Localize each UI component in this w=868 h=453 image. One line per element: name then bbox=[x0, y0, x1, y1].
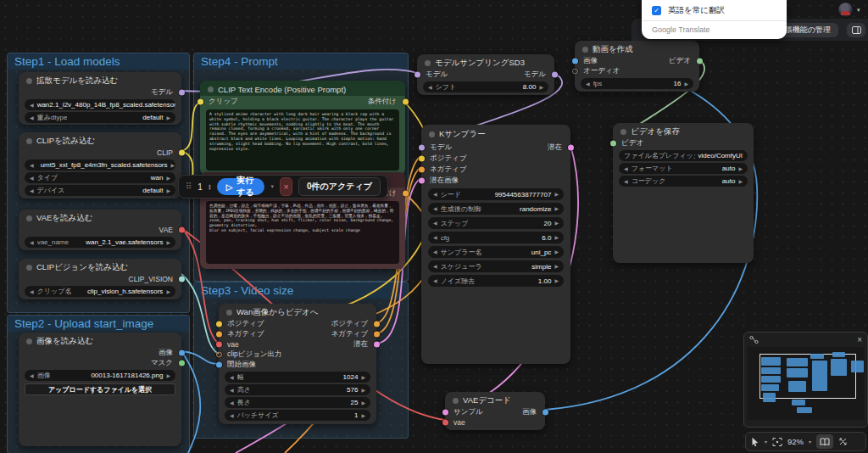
next-arrow-icon[interactable]: ▶ bbox=[361, 400, 365, 405]
next-arrow-icon[interactable]: ▶ bbox=[554, 206, 559, 211]
clip-vision-output-port[interactable] bbox=[179, 277, 185, 282]
widget-denoise[interactable]: ◀ ノイズ除去 1.00 ▶ bbox=[428, 275, 564, 287]
side-panel-button[interactable] bbox=[847, 23, 865, 37]
prev-arrow-icon[interactable]: ◀ bbox=[30, 240, 34, 245]
latent-output-port[interactable] bbox=[568, 144, 574, 150]
next-arrow-icon[interactable]: ▶ bbox=[554, 264, 559, 269]
fit-view-icon[interactable] bbox=[772, 437, 782, 447]
model-input-port[interactable] bbox=[415, 72, 420, 78]
start-image-input-port[interactable] bbox=[216, 362, 222, 368]
collapse-dot-icon[interactable] bbox=[208, 87, 214, 92]
run-toolbar[interactable]: ⠿ 1 ▴▾ ▷実行する ▾ × 0件のアクティブ bbox=[178, 175, 388, 199]
mask-output-port[interactable] bbox=[179, 361, 185, 366]
widget-clip-vision-name[interactable]: ◀ クリップ名 clip_vision_h.safetensors ▶ bbox=[25, 286, 175, 297]
collapse-dot-icon[interactable] bbox=[453, 398, 459, 404]
prev-arrow-icon[interactable]: ◀ bbox=[30, 373, 34, 378]
canvas-toolbar[interactable]: ▾ 92% ▾ bbox=[745, 432, 866, 451]
next-arrow-icon[interactable]: ▶ bbox=[166, 188, 170, 193]
queue-count-stepper[interactable]: ▴▾ bbox=[209, 183, 211, 191]
upload-file-button[interactable]: アップロードするファイルを選択 bbox=[25, 383, 175, 395]
active-jobs-badge[interactable]: 0件のアクティブ bbox=[298, 177, 381, 196]
next-arrow-icon[interactable]: ▶ bbox=[171, 163, 175, 168]
vae-input-port[interactable] bbox=[216, 342, 222, 348]
prev-arrow-icon[interactable]: ◀ bbox=[30, 188, 34, 193]
prev-arrow-icon[interactable]: ◀ bbox=[433, 278, 437, 283]
step-down-icon[interactable]: ▾ bbox=[209, 187, 211, 191]
widget-seed[interactable]: ◀ シード 995445638777707 ▶ bbox=[428, 188, 564, 200]
collapse-dot-icon[interactable] bbox=[425, 60, 431, 66]
widget-sampler-name[interactable]: ◀ サンプラー名 uni_pc ▶ bbox=[428, 246, 564, 258]
next-arrow-icon[interactable]: ▶ bbox=[361, 388, 365, 393]
video-output-port[interactable] bbox=[697, 59, 703, 64]
negative-output-port[interactable] bbox=[374, 332, 380, 338]
widget-vae-name[interactable]: ◀ vae_name wan_2.1_vae.safetensors ▶ bbox=[25, 237, 175, 248]
audio-input-port[interactable] bbox=[572, 69, 578, 75]
group-step4-title[interactable]: Step4 - Prompt bbox=[194, 53, 408, 70]
negative-input-port[interactable] bbox=[216, 332, 222, 338]
collapse-dot-icon[interactable] bbox=[26, 138, 32, 144]
image-input-port[interactable] bbox=[572, 59, 578, 64]
latent-image-input-port[interactable] bbox=[419, 177, 425, 183]
next-arrow-icon[interactable]: ▶ bbox=[166, 240, 170, 245]
crossed-arrows-icon[interactable] bbox=[838, 437, 848, 446]
next-arrow-icon[interactable]: ▶ bbox=[554, 249, 559, 254]
browser-profile[interactable]: ▾ bbox=[837, 2, 860, 18]
next-arrow-icon[interactable]: ▶ bbox=[684, 81, 688, 87]
prev-arrow-icon[interactable]: ◀ bbox=[30, 103, 34, 108]
next-arrow-icon[interactable]: ▶ bbox=[554, 221, 559, 226]
widget-steps[interactable]: ◀ ステップ 20 ▶ bbox=[428, 217, 564, 229]
widget-type[interactable]: ◀ タイプ wan ▶ bbox=[25, 172, 175, 183]
latent-output-port[interactable] bbox=[374, 342, 380, 348]
widget-width[interactable]: ◀ 幅 1024 ▶ bbox=[225, 372, 370, 383]
vae-output-port[interactable] bbox=[179, 227, 185, 233]
collapse-dot-icon[interactable] bbox=[226, 310, 232, 316]
group-step2-title[interactable]: Step2 - Upload start_image bbox=[8, 316, 189, 332]
widget-codec[interactable]: ◀ コーデック auto ▶ bbox=[619, 176, 748, 187]
widget-control-after-generate[interactable]: ◀ 生成後の制御 randomize ▶ bbox=[428, 203, 564, 215]
widget-format[interactable]: ◀ フォーマット auto ▶ bbox=[619, 163, 748, 174]
node-load-clip-vision[interactable]: CLIPビジョンを読み込む CLIP_VISION ◀ クリップ名 clip_v… bbox=[19, 259, 181, 299]
minimap-close-icon[interactable]: × bbox=[857, 336, 862, 344]
next-arrow-icon[interactable]: ▶ bbox=[166, 289, 170, 294]
pointer-tool-icon[interactable] bbox=[751, 437, 760, 447]
conditioning-output-port[interactable] bbox=[403, 99, 409, 105]
node-load-clip[interactable]: CLIPを読み込む CLIP ◀ cli ... umt5_xxl_fp8_e4… bbox=[19, 132, 181, 199]
drag-handle-icon[interactable]: ⠿ bbox=[186, 182, 192, 191]
node-model-sampling-sd3[interactable]: モデルサンプリングSD3 モデル モデル ◀ シフト 8.00 ▶ bbox=[417, 54, 554, 95]
prev-arrow-icon[interactable]: ◀ bbox=[433, 206, 437, 211]
model-output-port[interactable] bbox=[179, 90, 185, 96]
zoom-chevron-icon[interactable]: ▾ bbox=[809, 439, 811, 445]
widget-length[interactable]: ◀ 長さ 25 ▶ bbox=[225, 397, 370, 408]
collapse-dot-icon[interactable] bbox=[429, 131, 435, 137]
prev-arrow-icon[interactable]: ◀ bbox=[433, 221, 437, 226]
positive-output-port[interactable] bbox=[374, 322, 380, 327]
prev-arrow-icon[interactable]: ◀ bbox=[428, 85, 432, 90]
prev-arrow-icon[interactable]: ◀ bbox=[30, 163, 34, 168]
prev-arrow-icon[interactable]: ◀ bbox=[624, 179, 628, 184]
group-step3-title[interactable]: Step3 - Video size bbox=[194, 282, 408, 299]
profile-avatar[interactable] bbox=[837, 2, 854, 18]
prev-arrow-icon[interactable]: ◀ bbox=[230, 388, 234, 393]
next-arrow-icon[interactable]: ▶ bbox=[738, 166, 743, 171]
collapse-dot-icon[interactable] bbox=[582, 47, 588, 53]
node-load-image[interactable]: 画像を読み込む 画像 マスク ◀ 画像 00013-1617181426.png… bbox=[19, 333, 181, 446]
next-arrow-icon[interactable]: ▶ bbox=[166, 373, 170, 378]
prev-arrow-icon[interactable]: ◀ bbox=[433, 249, 437, 254]
prev-arrow-icon[interactable]: ◀ bbox=[433, 235, 437, 240]
always-translate-checkbox[interactable]: ✓ bbox=[652, 6, 661, 15]
prev-arrow-icon[interactable]: ◀ bbox=[624, 166, 628, 171]
vae-input-port[interactable] bbox=[442, 420, 448, 426]
node-create-video[interactable]: 動画を作成 画像 ビデオ オーディオ ◀ fps 16 ▶ bbox=[575, 41, 699, 92]
positive-input-port[interactable] bbox=[419, 155, 425, 161]
node-save-video[interactable]: ビデオを保存 ビデオ ファイル名プレフィックス video/ComfyUI ◀ … bbox=[613, 123, 754, 263]
prev-arrow-icon[interactable]: ◀ bbox=[230, 400, 234, 405]
next-arrow-icon[interactable]: ▶ bbox=[361, 375, 365, 380]
collapse-dot-icon[interactable] bbox=[26, 338, 32, 344]
collapse-dot-icon[interactable] bbox=[620, 129, 626, 135]
next-arrow-icon[interactable]: ▶ bbox=[738, 179, 743, 184]
next-arrow-icon[interactable]: ▶ bbox=[554, 278, 559, 283]
queue-count[interactable]: 1 bbox=[198, 182, 203, 192]
prev-arrow-icon[interactable]: ◀ bbox=[30, 176, 34, 181]
node-ksampler[interactable]: Kサンプラー モデル 潜在 ポジティブ ネガティブ 潜在画像 ◀ シード 995… bbox=[421, 125, 570, 364]
group-step1-title[interactable]: Step1 - Load models bbox=[8, 53, 189, 70]
